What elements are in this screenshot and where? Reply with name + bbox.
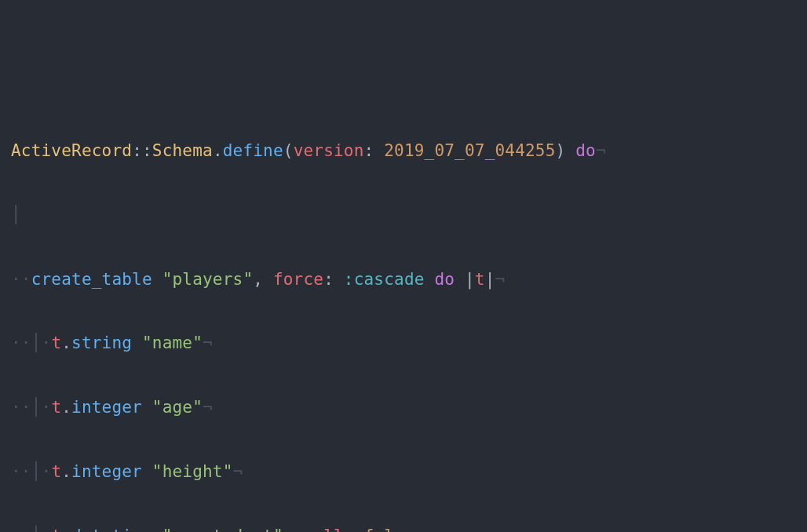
code-line: │ (11, 199, 796, 231)
token-pipe: | (465, 270, 475, 289)
token-do: do (434, 270, 455, 289)
token-var: t (51, 398, 61, 417)
token-rparen: ) (556, 141, 566, 160)
token-string: "height" (152, 462, 233, 481)
token-space (455, 270, 465, 289)
token-comma: , (283, 527, 304, 532)
newline-icon: ¬ (203, 333, 213, 352)
token-var: t (51, 527, 61, 532)
token-version-val: 2019_07_07_044255 (384, 141, 555, 160)
token-type: integer (71, 462, 142, 481)
indent-dots: ··│· (11, 398, 51, 417)
token-space (152, 527, 162, 532)
token-type: integer (71, 398, 142, 417)
newline-icon: ¬ (596, 141, 606, 160)
code-line: ··│·t.datetime "created_at", null: false… (11, 520, 796, 532)
token-string: "players" (162, 270, 254, 289)
indent-dots: ··│· (11, 333, 51, 352)
token-type: datetime (71, 527, 152, 532)
indent-dots: ··│· (11, 527, 51, 532)
token-dot: . (61, 398, 71, 417)
code-line: ··create_table "players", force: :cascad… (11, 264, 796, 296)
token-colon: : (323, 270, 344, 289)
token-string: "age" (152, 398, 203, 417)
token-space (425, 270, 435, 289)
code-line: ActiveRecord::Schema.define(version: 201… (11, 135, 796, 167)
indent-guide: │ (11, 206, 21, 224)
token-comma: , (253, 270, 273, 289)
token-blockvar: t (475, 270, 485, 289)
token-space (132, 333, 142, 352)
newline-icon: ¬ (414, 527, 425, 532)
token-force-key: force (273, 270, 323, 289)
code-line: ··│·t.string "name"¬ (11, 327, 796, 359)
indent-dots: ·· (11, 270, 31, 289)
token-scope: :: (132, 141, 152, 160)
token-space (565, 141, 575, 160)
token-var: t (51, 462, 61, 481)
token-colon: : (344, 527, 364, 532)
newline-icon: ¬ (495, 270, 506, 289)
token-do: do (575, 141, 596, 160)
token-string: "created_at" (162, 527, 283, 532)
token-string: "name" (142, 333, 203, 352)
token-dot: . (213, 141, 223, 160)
token-space (142, 462, 152, 481)
token-dot: . (61, 527, 71, 532)
code-line: ··│·t.integer "age"¬ (11, 392, 796, 424)
token-var: t (51, 333, 61, 352)
token-create-table: create_table (31, 270, 152, 289)
token-dot: . (61, 333, 71, 352)
code-line: ··│·t.integer "height"¬ (11, 456, 796, 488)
newline-icon: ¬ (203, 398, 213, 417)
token-type: string (71, 333, 132, 352)
token-space (152, 270, 162, 289)
newline-icon: ¬ (233, 462, 243, 481)
token-class: Schema (152, 141, 213, 160)
token-symbol: :cascade (344, 270, 425, 289)
token-lparen: ( (283, 141, 294, 160)
token-null-key: null (303, 527, 343, 532)
token-false: false (364, 527, 414, 532)
token-space (142, 398, 152, 417)
token-version-key: version (294, 141, 364, 160)
token-module: ActiveRecord (11, 141, 132, 160)
indent-dots: ··│· (11, 462, 51, 481)
token-define: define (223, 141, 283, 160)
token-colon: : (364, 141, 385, 160)
token-dot: . (61, 462, 71, 481)
token-pipe: | (485, 270, 495, 289)
